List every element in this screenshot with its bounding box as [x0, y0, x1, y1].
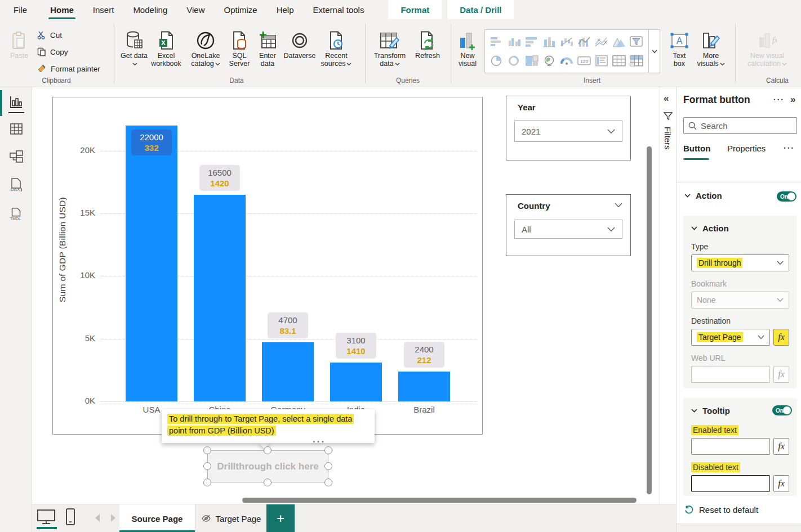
icon-stacked-bar-chart[interactable]	[490, 36, 504, 47]
report-view-button[interactable]	[8, 94, 24, 110]
pane-more-options-icon[interactable]: ···	[773, 95, 785, 104]
action-toggle[interactable]: On	[777, 191, 796, 202]
icon-treemap[interactable]	[525, 55, 539, 66]
horizontal-scrollbar[interactable]	[242, 498, 637, 503]
icon-donut-chart[interactable]	[508, 55, 521, 66]
disabled-text-fx-button[interactable]: fx	[773, 475, 789, 492]
tab-view[interactable]: View	[177, 0, 214, 19]
tooltip-toggle[interactable]: On	[772, 405, 792, 415]
enabled-text-input[interactable]	[691, 438, 770, 455]
bar-brazil[interactable]	[398, 372, 450, 401]
selection-handle[interactable]	[324, 479, 332, 486]
expand-pane-icon[interactable]: »	[790, 94, 795, 105]
icon-matrix[interactable]	[630, 55, 643, 66]
icon-table[interactable]	[612, 55, 626, 66]
recent-sources-button[interactable]: Recent sources	[319, 29, 354, 68]
selection-handle[interactable]	[264, 479, 272, 486]
reset-to-default-button[interactable]: Reset to default	[684, 505, 758, 515]
tab-button[interactable]: Button	[683, 144, 710, 153]
selection-handle[interactable]	[203, 446, 211, 454]
tab-optimize[interactable]: Optimize	[215, 0, 267, 19]
tab-home[interactable]: Home	[41, 0, 83, 19]
format-painter-button[interactable]: Format painter	[37, 64, 100, 73]
icon-area-chart[interactable]	[612, 36, 626, 47]
new-visual-button[interactable]: New visual	[454, 29, 481, 68]
sql-server-button[interactable]: SQL Server	[226, 29, 252, 68]
add-page-button[interactable]: +	[266, 504, 295, 532]
gallery-expand-button[interactable]	[648, 30, 660, 73]
tmdl-view-button[interactable]: TMDL	[8, 207, 24, 222]
model-view-button[interactable]	[8, 149, 24, 165]
refresh-button[interactable]: Refresh	[412, 29, 443, 60]
gdp-bar-chart-visual[interactable]: Sum of GDP (Billion USD) 0K5K10K15K20K 2…	[52, 97, 483, 435]
icon-card-123[interactable]: 123	[577, 55, 591, 66]
enter-data-button[interactable]: Enter data	[255, 29, 281, 68]
page-tab-source[interactable]: Source Page	[119, 504, 195, 532]
year-slicer[interactable]: Year 2021	[506, 96, 631, 160]
bar-india[interactable]	[330, 363, 382, 401]
icon-map[interactable]	[542, 55, 556, 66]
disabled-text-input[interactable]	[691, 475, 770, 492]
copy-button[interactable]: Copy	[37, 47, 68, 57]
type-dropdown[interactable]: Drill through	[691, 254, 789, 271]
icon-pie-chart[interactable]	[490, 55, 504, 66]
tab-help[interactable]: Help	[267, 0, 304, 19]
icon-funnel-filter[interactable]	[630, 36, 643, 47]
tabs-more-options-icon[interactable]: ···	[784, 144, 795, 153]
onelake-catalog-button[interactable]: OneLake catalog	[187, 29, 224, 68]
expand-filters-icon[interactable]: «	[664, 93, 669, 104]
mobile-layout-icon[interactable]	[65, 508, 76, 526]
enabled-text-fx-button[interactable]: fx	[773, 438, 789, 455]
text-box-button[interactable]: A Text box	[666, 29, 692, 68]
country-slicer[interactable]: Country All	[506, 194, 631, 256]
icon-column-chart[interactable]	[542, 36, 556, 47]
destination-dropdown[interactable]: Target Page	[691, 329, 770, 346]
bar-usa[interactable]	[126, 126, 177, 401]
excel-workbook-button[interactable]: X Excel workbook	[149, 29, 184, 68]
action-card-header[interactable]: Action	[691, 223, 789, 233]
tab-modeling[interactable]: Modeling	[123, 0, 177, 19]
country-dropdown[interactable]: All	[514, 220, 622, 239]
tab-properties[interactable]: Properties	[727, 144, 766, 153]
drillthrough-button[interactable]: Drillthrough click here	[207, 450, 328, 482]
more-visuals-button[interactable]: More visuals	[696, 29, 726, 68]
transform-data-button[interactable]: Transform data	[371, 29, 409, 68]
dataverse-button[interactable]: Dataverse	[283, 29, 317, 60]
icon-combo-chart[interactable]	[577, 36, 591, 47]
tab-external-tools[interactable]: External tools	[304, 0, 374, 19]
selection-handle[interactable]	[203, 462, 211, 470]
tab-file[interactable]: File	[0, 0, 41, 19]
action-section-header[interactable]: Action	[684, 191, 722, 200]
year-dropdown[interactable]: 2021	[514, 120, 622, 142]
next-page-arrow[interactable]	[111, 514, 115, 522]
bar-germany[interactable]	[262, 342, 314, 401]
table-view-button[interactable]	[8, 121, 24, 137]
cut-button[interactable]: Cut	[37, 30, 62, 39]
icon-gauge[interactable]	[560, 55, 573, 66]
selection-handle[interactable]	[324, 462, 332, 470]
icon-multirow-card[interactable]	[595, 55, 608, 66]
selection-handle[interactable]	[264, 446, 272, 454]
icon-clustered-column-chart[interactable]	[508, 36, 521, 47]
vertical-scrollbar[interactable]	[647, 146, 652, 494]
tab-data-drill[interactable]: Data / Drill	[447, 0, 514, 19]
previous-page-arrow[interactable]	[95, 514, 100, 522]
format-search-box[interactable]	[683, 117, 797, 134]
chevron-down-icon[interactable]	[615, 203, 622, 208]
bar-china[interactable]	[194, 195, 246, 402]
get-data-button[interactable]: Get data	[118, 29, 150, 68]
tab-insert[interactable]: Insert	[83, 0, 124, 19]
search-input[interactable]	[701, 121, 785, 131]
filters-pane-label[interactable]: Filters	[663, 127, 673, 150]
dax-query-view-button[interactable]: DAX	[8, 177, 24, 193]
destination-fx-button[interactable]: fx	[773, 329, 789, 346]
page-tab-target[interactable]: Target Page	[195, 504, 266, 532]
desktop-layout-icon[interactable]	[37, 509, 56, 525]
selection-handle[interactable]	[203, 479, 211, 486]
icon-stacked-bar-chart-2[interactable]	[525, 36, 539, 47]
icon-line-chart[interactable]	[595, 36, 608, 47]
tab-format[interactable]: Format	[388, 0, 442, 19]
selection-handle[interactable]	[324, 446, 332, 454]
icon-waterfall-chart[interactable]	[560, 36, 573, 47]
visual-more-options[interactable]: ...	[313, 434, 326, 445]
